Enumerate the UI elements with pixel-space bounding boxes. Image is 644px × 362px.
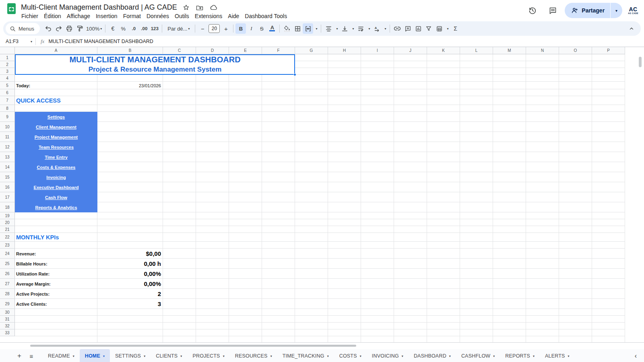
row-header-5[interactable]: 5 <box>0 82 15 89</box>
column-header-A[interactable]: A <box>15 47 97 54</box>
row-header-24[interactable]: 24 <box>0 249 15 259</box>
name-box[interactable]: A1:F3 ▾ <box>0 39 35 44</box>
sheet-tab-projects[interactable]: PROJECTS▾ <box>187 349 229 362</box>
menu-donn-es[interactable]: Données <box>144 11 172 21</box>
kpi-label-cell[interactable]: Utilization Rate: <box>16 269 50 279</box>
monthly-kpis-heading[interactable]: MONTHLY KPIs <box>16 233 59 242</box>
sheet-tab-time_tracking[interactable]: TIME_TRACKING▾ <box>277 349 334 362</box>
sheet-tab-menu-caret[interactable]: ▾ <box>449 354 451 358</box>
row-header-23[interactable]: 23 <box>0 242 15 249</box>
merge-cells-dropdown[interactable]: ▾ <box>313 23 319 34</box>
format-percent-button[interactable]: % <box>118 23 128 34</box>
quick-link-costs-expenses[interactable]: Costs & Expenses <box>37 165 76 170</box>
fill-handle[interactable] <box>293 73 296 76</box>
quick-link-client-management[interactable]: Client Management <box>36 125 76 130</box>
spreadsheet-grid[interactable]: ABCDEFGHIJKLMNOP123456789101112131415161… <box>0 47 644 343</box>
sheet-tab-clients[interactable]: CLIENTS▾ <box>151 349 187 362</box>
quick-link-project-management[interactable]: Project Management <box>35 135 78 140</box>
row-header-33[interactable]: 33 <box>0 329 15 336</box>
italic-button[interactable]: I <box>246 23 256 34</box>
column-header-P[interactable]: P <box>592 47 625 54</box>
table-views-dropdown[interactable]: ▾ <box>444 23 450 34</box>
row-header-11[interactable]: 11 <box>0 132 15 142</box>
row-header-9[interactable]: 9 <box>0 112 15 122</box>
row-header-17[interactable]: 17 <box>0 192 15 202</box>
share-dropdown-button[interactable]: ▾ <box>611 8 622 13</box>
account-avatar[interactable]: AC AG CADE <box>628 7 638 14</box>
quick-access-heading[interactable]: QUICK ACCESS <box>16 96 61 105</box>
row-header-16[interactable]: 16 <box>0 182 15 192</box>
kpi-value-cell[interactable]: $0,00 <box>97 249 161 259</box>
kpi-label-cell[interactable]: Active Clients: <box>16 299 47 309</box>
sheet-tab-menu-caret[interactable]: ▾ <box>144 354 145 358</box>
increase-font-size-button[interactable]: + <box>221 23 231 34</box>
column-header-K[interactable]: K <box>427 47 460 54</box>
row-header-31[interactable]: 31 <box>0 316 15 323</box>
row-header-13[interactable]: 13 <box>0 152 15 162</box>
kpi-label-cell[interactable]: Active Projects: <box>16 289 50 299</box>
decrease-font-size-button[interactable]: − <box>197 23 208 34</box>
row-header-29[interactable]: 29 <box>0 299 15 309</box>
row-header-27[interactable]: 27 <box>0 279 15 289</box>
sheet-tab-dashboard[interactable]: DASHBOARD▾ <box>409 349 456 362</box>
strikethrough-button[interactable]: S <box>256 23 267 34</box>
text-color-button[interactable]: A <box>267 23 277 34</box>
row-header-14[interactable]: 14 <box>0 162 15 172</box>
sheet-tab-settings[interactable]: SETTINGS▾ <box>110 349 151 362</box>
menu-aide[interactable]: Aide <box>225 11 242 21</box>
move-folder-icon[interactable] <box>196 4 203 11</box>
sheet-tab-readme[interactable]: README▾ <box>43 349 80 362</box>
row-header-30[interactable]: 30 <box>0 309 15 316</box>
text-rotation-button[interactable]: A <box>372 23 382 34</box>
create-filter-button[interactable] <box>423 23 434 34</box>
sheets-logo-icon[interactable] <box>6 3 17 14</box>
column-header-I[interactable]: I <box>361 47 394 54</box>
decrease-decimal-button[interactable]: .0 <box>128 23 139 34</box>
sheet-tab-menu-caret[interactable]: ▾ <box>73 354 74 358</box>
redo-button[interactable] <box>54 23 64 34</box>
sheet-tab-menu-caret[interactable]: ▾ <box>402 354 403 358</box>
row-header-12[interactable]: 12 <box>0 142 15 152</box>
row-header-1[interactable]: 1 <box>0 54 15 61</box>
sheet-tab-invoicing[interactable]: INVOICING▾ <box>367 349 409 362</box>
document-title[interactable]: Multi-Client Management Dashboard | AG C… <box>21 3 177 12</box>
sheet-tab-menu-caret[interactable]: ▾ <box>270 354 272 358</box>
row-header-15[interactable]: 15 <box>0 172 15 182</box>
functions-button[interactable]: Σ <box>450 23 460 34</box>
text-wrap-dropdown[interactable]: ▾ <box>366 23 372 34</box>
zoom-select[interactable]: 100% ▾ <box>85 23 103 34</box>
row-header-2[interactable]: 2 <box>0 61 15 68</box>
selected-title-cell[interactable]: MULTI-CLIENT MANAGEMENT DASHBOARDProject… <box>15 54 295 75</box>
sheet-tab-menu-caret[interactable]: ▾ <box>103 354 105 358</box>
row-header-18[interactable]: 18 <box>0 202 15 212</box>
sheet-tab-costs[interactable]: COSTS▾ <box>334 349 367 362</box>
search-menus-button[interactable]: Menus <box>6 23 40 34</box>
text-rotation-dropdown[interactable]: ▾ <box>382 23 388 34</box>
kpi-value-cell[interactable]: 3 <box>97 299 161 309</box>
menu--dition[interactable]: Édition <box>41 11 64 21</box>
format-currency-button[interactable]: € <box>107 23 118 34</box>
menu-outils[interactable]: Outils <box>172 11 192 21</box>
sheet-tab-resources[interactable]: RESOURCES▾ <box>230 349 277 362</box>
font-size-input[interactable]: 20 <box>208 24 220 33</box>
horizontal-align-button[interactable] <box>323 23 334 34</box>
column-header-E[interactable]: E <box>229 47 262 54</box>
vertical-align-dropdown[interactable]: ▾ <box>350 23 355 34</box>
row-header-22[interactable]: 22 <box>0 233 15 242</box>
more-formats-button[interactable]: 123 <box>149 23 160 34</box>
column-header-H[interactable]: H <box>328 47 361 54</box>
sheet-tab-reports[interactable]: REPORTS▾ <box>500 349 540 362</box>
select-all-corner[interactable] <box>0 47 15 54</box>
vertical-align-button[interactable] <box>339 23 350 34</box>
print-button[interactable] <box>64 23 74 34</box>
column-header-D[interactable]: D <box>196 47 229 54</box>
tab-scroll-right-button[interactable]: ‹ <box>635 352 637 360</box>
kpi-value-cell[interactable]: 0,00% <box>97 269 161 279</box>
column-header-B[interactable]: B <box>97 47 163 54</box>
insert-chart-button[interactable] <box>413 23 423 34</box>
cloud-status-icon[interactable] <box>210 4 217 10</box>
paint-format-button[interactable] <box>74 23 85 34</box>
sheet-tab-menu-caret[interactable]: ▾ <box>327 354 329 358</box>
menu-fichier[interactable]: Fichier <box>19 11 41 21</box>
merge-cells-button[interactable] <box>303 23 313 34</box>
